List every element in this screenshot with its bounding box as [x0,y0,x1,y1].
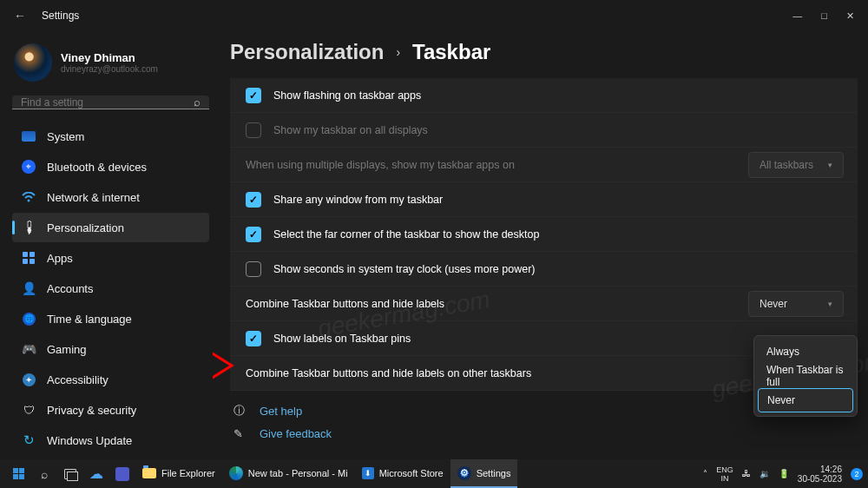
taskbar-app-settings[interactable]: ⚙Settings [450,459,518,488]
give-feedback-link[interactable]: ✎Give feedback [233,427,858,440]
taskbar-onedrive[interactable]: ☁ [83,459,109,488]
page-title: Taskbar [412,40,490,64]
sidebar-item-bluetooth[interactable]: ⌖Bluetooth & devices [12,152,209,181]
setting-multi-display: When using multiple displays, show my ta… [230,148,858,182]
search-icon: ⌕ [194,96,201,109]
checkbox-icon[interactable] [246,261,261,277]
paintbrush-icon: 🖌 [17,216,39,238]
sidebar-item-gaming[interactable]: 🎮Gaming [12,334,209,364]
back-button[interactable]: ← [7,9,33,23]
breadcrumb: Personalization › Taskbar [230,40,858,64]
checkbox-checked-icon[interactable] [246,88,261,103]
apps-icon [23,252,35,264]
dropdown-option-when-full[interactable]: When Taskbar is full [758,364,853,388]
sidebar-item-privacy[interactable]: 🛡Privacy & security [12,395,209,425]
person-icon: 👤 [21,280,36,296]
checkbox-checked-icon[interactable] [246,227,261,242]
tray-volume-icon[interactable]: 🔉 [760,469,770,478]
sidebar-item-system[interactable]: System [12,122,209,151]
close-button[interactable]: ✕ [846,10,854,22]
shield-icon: 🛡 [21,402,36,418]
tray-battery-icon[interactable]: 🔋 [779,469,789,478]
taskbar-search[interactable]: ⌕ [31,459,57,488]
minimize-button[interactable]: — [792,10,802,22]
svg-point-0 [28,200,30,202]
cloud-icon: ☁ [89,465,103,482]
chevron-right-icon: › [396,45,400,59]
breadcrumb-parent[interactable]: Personalization [230,40,384,64]
sidebar-item-network[interactable]: Network & internet [12,182,209,212]
tray-clock[interactable]: 14:2630-05-2023 [798,465,842,484]
help-icon: ⓘ [233,403,247,419]
setting-combine[interactable]: Combine Taskbar buttons and hide labelsN… [230,287,858,321]
teams-icon [115,467,129,481]
search-input[interactable] [21,96,194,109]
taskbar-app-edge[interactable]: New tab - Personal - Mi [222,459,355,488]
bluetooth-icon: ⌖ [22,160,36,174]
wifi-icon [21,189,36,205]
accessibility-icon: ✦ [23,373,36,386]
store-icon: ⬇ [362,467,374,479]
gear-icon: ⚙ [457,466,471,480]
monitor-icon [22,131,36,142]
update-icon: ↻ [21,432,36,448]
multi-display-select: All taskbars▾ [748,152,844,178]
gamepad-icon: 🎮 [21,341,36,357]
combine-other-dropdown[interactable]: Always When Taskbar is full Never [753,335,858,417]
setting-far-corner[interactable]: Select the far corner of the taskbar to … [230,217,858,252]
notification-badge[interactable]: 2 [851,468,863,480]
profile-block[interactable]: Viney Dhiman dvineyrazy@outlook.com [14,43,209,82]
checkbox-checked-icon[interactable] [246,331,261,346]
setting-flash[interactable]: Show flashing on taskbar apps [230,78,858,113]
setting-all-displays: Show my taskbar on all displays [230,113,858,148]
profile-name: Viney Dhiman [61,51,158,64]
tray-chevron-icon[interactable]: ˄ [703,469,707,478]
sidebar-item-apps[interactable]: Apps [12,243,209,273]
annotation-arrow [213,351,235,380]
chevron-down-icon: ▾ [828,161,832,169]
windows-icon [13,468,24,479]
tray-network-icon[interactable]: 🖧 [742,469,751,478]
sidebar-item-time[interactable]: 🌐Time & language [12,304,209,333]
taskbar-teams[interactable] [109,459,135,488]
chevron-down-icon: ▾ [828,300,832,308]
sidebar-item-personalization[interactable]: 🖌Personalization [12,213,209,242]
feedback-icon: ✎ [233,427,247,440]
task-view-button[interactable] [57,459,83,488]
folder-icon [142,468,156,478]
setting-share[interactable]: Share any window from my taskbar [230,182,858,217]
clock-icon: 🌐 [23,313,36,326]
taskbar[interactable]: ⌕ ☁ File Explorer New tab - Personal - M… [0,459,868,488]
tray-language[interactable]: ENGIN [716,465,733,483]
sidebar-item-accounts[interactable]: 👤Accounts [12,274,209,303]
profile-email: dvineyrazy@outlook.com [61,64,158,74]
avatar [14,43,52,82]
task-view-icon [64,469,76,479]
taskbar-app-explorer[interactable]: File Explorer [135,459,222,488]
window-title: Settings [42,10,79,22]
dropdown-option-never[interactable]: Never [758,388,853,412]
taskbar-app-store[interactable]: ⬇Microsoft Store [355,459,450,488]
setting-seconds[interactable]: Show seconds in system tray clock (uses … [230,252,858,287]
combine-select[interactable]: Never▾ [748,291,844,317]
edge-icon [229,466,243,480]
start-button[interactable] [5,459,31,488]
dropdown-option-always[interactable]: Always [758,340,853,364]
maximize-button[interactable]: □ [821,10,827,22]
checkbox-checked-icon[interactable] [246,192,261,208]
checkbox-icon [246,122,261,138]
search-box[interactable]: ⌕ [12,96,209,109]
sidebar-item-accessibility[interactable]: ✦Accessibility [12,365,209,394]
sidebar-item-update[interactable]: ↻Windows Update [12,425,209,455]
